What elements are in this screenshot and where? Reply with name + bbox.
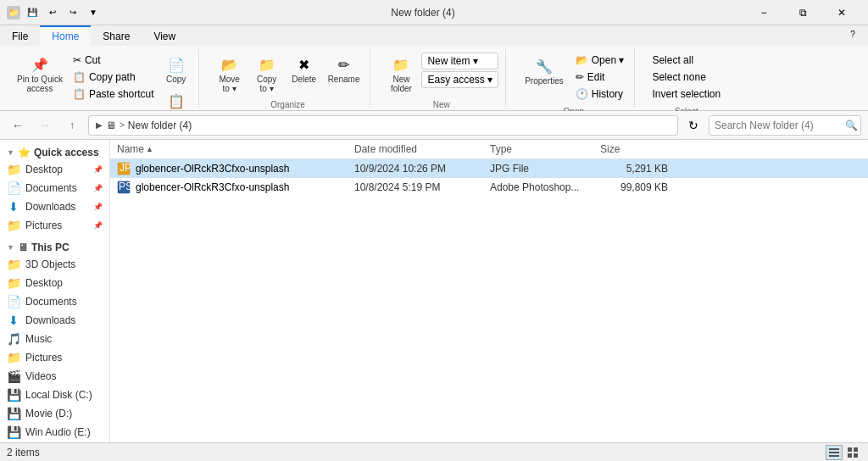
view-buttons: [826, 445, 861, 460]
sidebar-music-label: Music: [25, 333, 52, 345]
pin-indicator: 📌: [93, 165, 103, 174]
folder-icon: 📁: [7, 163, 20, 176]
sidebar-item-local-disk[interactable]: 💾 Local Disk (C:): [0, 386, 109, 404]
invert-selection-button[interactable]: Invert selection: [648, 86, 724, 102]
svg-rect-4: [829, 448, 839, 450]
open-icon: 📂: [576, 54, 588, 66]
sidebar-item-pictures[interactable]: 📁 Pictures: [0, 348, 109, 367]
quick-access-header[interactable]: ▼ ⭐ Quick access: [0, 143, 109, 160]
file-size: 5,291 KB: [600, 163, 668, 175]
select-all-button[interactable]: Select all: [648, 53, 724, 68]
minimize-button[interactable]: −: [744, 0, 783, 25]
forward-button[interactable]: →: [34, 114, 56, 136]
ribbon-tabs: File Home Share View ?: [0, 25, 868, 46]
sidebar-item-documents-qa[interactable]: 📄 Documents 📌: [0, 179, 109, 197]
col-type-label: Type: [490, 143, 512, 155]
table-row[interactable]: JPG globencer-OlRckR3Cfxo-unsplash 10/9/…: [110, 159, 868, 178]
ribbon: File Home Share View ? 📌 Pin to Quickacc…: [0, 25, 868, 111]
paste-shortcut-button[interactable]: 📋 Paste shortcut: [70, 86, 158, 102]
sidebar-item-videos[interactable]: 🎬 Videos: [0, 367, 109, 386]
sidebar-item-downloads-qa[interactable]: ⬇ Downloads 📌: [0, 197, 109, 216]
sidebar-item-downloads[interactable]: ⬇ Downloads: [0, 311, 109, 330]
refresh-button[interactable]: ↻: [683, 115, 704, 136]
select-none-button[interactable]: Select none: [648, 69, 724, 85]
search-box[interactable]: 🔍: [709, 115, 861, 136]
this-pc-header[interactable]: ▼ 🖥 This PC: [0, 238, 109, 255]
file-name-cell: JPG globencer-OlRckR3Cfxo-unsplash: [117, 162, 354, 175]
copy-path-button[interactable]: 📋 Copy path: [70, 69, 158, 85]
new-items: 📁 Newfolder New item ▾ Easy access ▾: [384, 49, 498, 98]
qa-save-btn[interactable]: 💾: [24, 4, 41, 21]
tab-file[interactable]: File: [0, 25, 40, 46]
sidebar-item-3d-objects[interactable]: 📁 3D Objects: [0, 255, 109, 274]
pin-icon: 📌: [30, 54, 50, 75]
search-input[interactable]: [715, 119, 842, 131]
sidebar-item-win-audio[interactable]: 💾 Win Audio (E:): [0, 423, 109, 442]
organize-items: 📂 Moveto ▾ 📁 Copyto ▾ ✖ Delete ✏ Rename: [213, 49, 364, 98]
pin-to-quick-access-button[interactable]: 📌 Pin to Quickaccess: [14, 53, 66, 95]
edit-button[interactable]: ✏ Edit: [572, 69, 628, 85]
col-name-label: Name: [117, 143, 144, 155]
sidebar-videos-label: Videos: [25, 370, 56, 382]
col-date-label: Date modified: [354, 143, 417, 155]
address-path[interactable]: ▶ 🖥 > New folder (4): [88, 115, 678, 136]
tab-home[interactable]: Home: [40, 25, 91, 46]
col-header-name[interactable]: Name ▲: [117, 143, 354, 155]
edit-label: Edit: [587, 71, 605, 83]
easy-access-button[interactable]: Easy access ▾: [421, 71, 498, 88]
up-button[interactable]: ↑: [61, 114, 83, 136]
sidebar-documents-label: Documents: [25, 296, 77, 308]
copy-to-button[interactable]: 📁 Copyto ▾: [250, 53, 284, 95]
properties-button[interactable]: 🔧 Properties: [520, 53, 569, 89]
back-button[interactable]: ←: [7, 114, 29, 136]
tab-share[interactable]: Share: [91, 25, 142, 46]
sidebar-downloads-label: Downloads: [25, 314, 75, 326]
new-label: New: [433, 98, 450, 109]
ribbon-help-btn[interactable]: ?: [844, 25, 861, 42]
sidebar-downloads-qa-label: Downloads: [25, 201, 75, 213]
sidebar-desktop-qa-label: Desktop: [25, 164, 63, 175]
new-item-button[interactable]: New item ▾: [421, 53, 498, 69]
open-button[interactable]: 📂 Open ▾: [572, 53, 628, 68]
delete-button[interactable]: ✖ Delete: [287, 53, 321, 86]
qa-dropdown-btn[interactable]: ▼: [85, 4, 102, 21]
move-to-button[interactable]: 📂 Moveto ▾: [213, 53, 247, 95]
sidebar-item-pictures-qa[interactable]: 📁 Pictures 📌: [0, 216, 109, 235]
paste-shortcut-icon: 📋: [73, 88, 86, 100]
sidebar-item-documents[interactable]: 📄 Documents: [0, 292, 109, 311]
jpg-file-icon: JPG: [117, 162, 131, 175]
rename-button[interactable]: ✏ Rename: [325, 53, 364, 86]
history-button[interactable]: 🕐 History: [572, 86, 628, 102]
col-header-type[interactable]: Type: [490, 143, 600, 155]
sidebar-movied-label: Movie (D:): [25, 408, 72, 419]
sidebar-pictures-label: Pictures: [25, 352, 62, 364]
close-button[interactable]: ✕: [822, 0, 861, 25]
pin-indicator: 📌: [93, 221, 103, 230]
sidebar-item-desktop-qa[interactable]: 📁 Desktop 📌: [0, 160, 109, 179]
sidebar-item-music[interactable]: 🎵 Music: [0, 330, 109, 348]
window-controls: − ⧉ ✕: [744, 0, 861, 25]
qa-undo-btn[interactable]: ↩: [44, 4, 61, 21]
tab-view[interactable]: View: [142, 25, 187, 46]
table-row[interactable]: PSD globencer-OlRckR3Cfxo-unsplash 10/8/…: [110, 178, 868, 197]
cut-button[interactable]: ✂ Cut: [70, 53, 158, 68]
copy-button[interactable]: 📄 Copy: [161, 53, 192, 86]
downloads-icon: ⬇: [7, 200, 20, 214]
sidebar-item-desktop[interactable]: 📁 Desktop: [0, 274, 109, 292]
large-icons-view-button[interactable]: [844, 445, 861, 460]
disk-icon: 💾: [7, 407, 20, 420]
new-folder-button[interactable]: 📁 Newfolder: [384, 53, 418, 95]
col-header-size[interactable]: Size: [600, 143, 668, 155]
restore-button[interactable]: ⧉: [783, 0, 822, 25]
this-pc-label: This PC: [31, 242, 70, 253]
file-name-cell: PSD globencer-OlRckR3Cfxo-unsplash: [117, 181, 354, 194]
sidebar-item-movie-d[interactable]: 💾 Movie (D:): [0, 404, 109, 423]
qa-redo-btn[interactable]: ↪: [64, 4, 81, 21]
copy-to-icon: 📁: [257, 54, 277, 75]
new-item-label: New item ▾: [427, 55, 477, 67]
file-name: globencer-OlRckR3Cfxo-unsplash: [136, 163, 289, 175]
details-view-button[interactable]: [826, 445, 843, 460]
col-header-date[interactable]: Date modified: [354, 143, 490, 155]
sidebar-winaudio-label: Win Audio (E:): [25, 426, 91, 438]
cut-icon: ✂: [73, 54, 81, 66]
